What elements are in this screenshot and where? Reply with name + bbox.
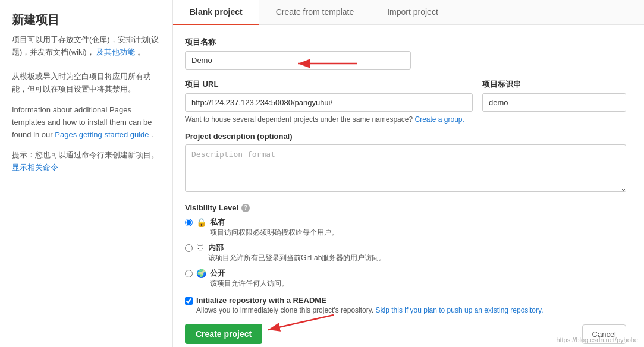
readme-checkbox[interactable] bbox=[185, 297, 193, 305]
shield-icon: 🛡 bbox=[196, 243, 205, 253]
visibility-private-title: 私有 bbox=[210, 217, 338, 228]
project-url-group: 项目 URL bbox=[185, 79, 473, 112]
main-content: Blank project Create from template Impor… bbox=[172, 0, 644, 347]
project-id-input[interactable] bbox=[482, 93, 626, 112]
sidebar-desc1: 项目可以用于存放文件(仓库)，安排计划(议题)，并发布文档(wiki)， 及其他… bbox=[12, 34, 161, 96]
lock-icon: 🔒 bbox=[196, 217, 206, 227]
visibility-internal-radio[interactable] bbox=[185, 244, 193, 252]
description-textarea[interactable] bbox=[185, 144, 626, 192]
pages-guide-link[interactable]: Pages getting started guide bbox=[55, 130, 149, 139]
show-commands-link[interactable]: 显示相关命令 bbox=[12, 163, 58, 172]
sidebar-info: Information about additional Pages templ… bbox=[12, 104, 161, 141]
tab-blank-project[interactable]: Blank project bbox=[173, 0, 259, 25]
visibility-public-option: 🌍 公开 该项目允许任何人访问。 bbox=[185, 268, 626, 289]
visibility-internal-option: 🛡 内部 该项目允许所有已登录到当前GitLab服务器的用户访问。 bbox=[185, 242, 626, 263]
visibility-private-radio[interactable] bbox=[185, 219, 193, 226]
namespace-hint: Want to house several dependent projects… bbox=[185, 115, 626, 124]
visibility-help-icon[interactable]: ? bbox=[241, 204, 250, 212]
tab-bar: Blank project Create from template Impor… bbox=[173, 0, 644, 25]
project-name-group: 项目名称 bbox=[185, 37, 626, 70]
form-area: 项目名称 项目 URL bbox=[173, 25, 644, 347]
visibility-private-desc: 项目访问权限必须明确授权给每个用户。 bbox=[210, 228, 338, 238]
url-id-row: 项目 URL 项目标识串 bbox=[185, 79, 626, 112]
readme-title: Initialize repository with a README bbox=[196, 296, 543, 305]
visibility-section: Visibility Level ? 🔒 私有 项目访问权限必须明确授权给每个用… bbox=[185, 203, 626, 289]
create-btn-container: Create project bbox=[185, 324, 262, 344]
readme-checkbox-row: Initialize repository with a README Allo… bbox=[185, 296, 626, 316]
watermark: https://blog.csdn.net/pyhobe bbox=[556, 336, 638, 343]
project-id-group: 项目标识串 bbox=[482, 79, 626, 112]
visibility-public-title: 公开 bbox=[210, 268, 288, 279]
svg-line-3 bbox=[268, 315, 334, 330]
project-name-label: 项目名称 bbox=[185, 37, 626, 48]
readme-desc: Allows you to immediately clone this pro… bbox=[196, 305, 543, 316]
visibility-internal-content: 内部 该项目允许所有已登录到当前GitLab服务器的用户访问。 bbox=[208, 242, 386, 263]
tab-create-from-template[interactable]: Create from template bbox=[259, 0, 371, 25]
create-project-button[interactable]: Create project bbox=[185, 324, 262, 344]
arrow-to-create-btn bbox=[262, 312, 340, 336]
skip-readme-link[interactable]: Skip this if you plan to push up an exis… bbox=[376, 306, 544, 314]
visibility-public-desc: 该项目允许任何人访问。 bbox=[210, 279, 288, 289]
project-url-input[interactable] bbox=[185, 93, 473, 112]
readme-content: Initialize repository with a README Allo… bbox=[196, 296, 543, 316]
visibility-public-radio[interactable] bbox=[185, 270, 193, 277]
visibility-internal-title: 内部 bbox=[208, 242, 386, 253]
sidebar: 新建项目 项目可以用于存放文件(仓库)，安排计划(议题)，并发布文档(wiki)… bbox=[0, 0, 172, 347]
visibility-private-content: 私有 项目访问权限必须明确授权给每个用户。 bbox=[210, 217, 338, 238]
sidebar-tip: 提示：您也可以通过命令行来创建新项目。 显示相关命令 bbox=[12, 149, 161, 174]
project-id-label: 项目标识串 bbox=[482, 79, 626, 90]
visibility-internal-desc: 该项目允许所有已登录到当前GitLab服务器的用户访问。 bbox=[208, 253, 386, 263]
visibility-label: Visibility Level ? bbox=[185, 203, 626, 212]
visibility-private-option: 🔒 私有 项目访问权限必须明确授权给每个用户。 bbox=[185, 217, 626, 238]
project-url-label: 项目 URL bbox=[185, 79, 473, 90]
page-title: 新建项目 bbox=[12, 12, 161, 28]
create-group-link[interactable]: Create a group. bbox=[414, 115, 464, 124]
other-features-link[interactable]: 及其他功能 bbox=[96, 48, 135, 56]
globe-icon: 🌍 bbox=[196, 269, 206, 278]
project-name-input[interactable] bbox=[185, 51, 411, 70]
tab-import-project[interactable]: Import project bbox=[370, 0, 455, 25]
description-group: Project description (optional) bbox=[185, 132, 626, 194]
desc-label: Project description (optional) bbox=[185, 132, 626, 141]
visibility-public-content: 公开 该项目允许任何人访问。 bbox=[210, 268, 288, 289]
